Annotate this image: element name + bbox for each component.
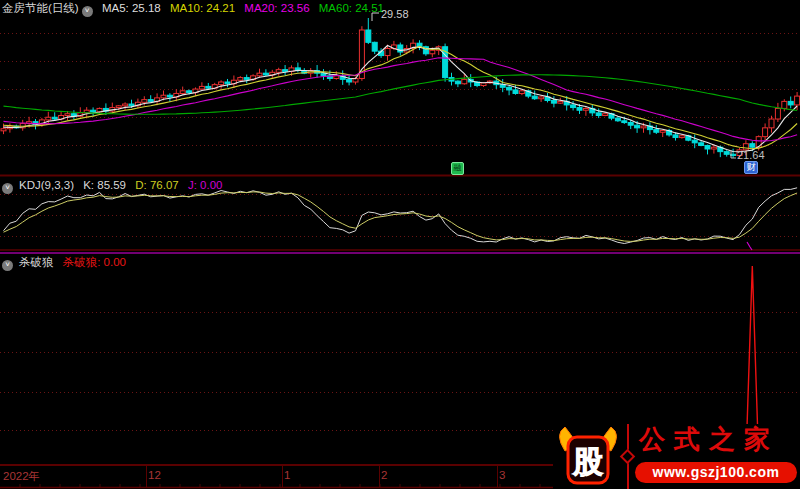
report-marker-badge[interactable]: 财 [744, 161, 758, 174]
low-price-label: 21.64 [737, 149, 765, 161]
kdj-header: ˅KDJ(9,3,3) K: 85.59 D: 76.07 J: 0.00 [2, 179, 228, 194]
axis-month-1: 1 [284, 469, 290, 481]
ma20-label: MA20: 23.56 [244, 2, 309, 14]
d-value: D: 76.07 [135, 179, 178, 191]
kdj-title: KDJ(9,3,3) [19, 179, 74, 191]
main-chart-header: 金房节能(日线)˅ MA5: 25.18 MA10: 24.21 MA20: 2… [2, 2, 390, 17]
axis-year-label: 2022年 [3, 469, 40, 484]
collapse-signal-icon[interactable]: ˅ [2, 260, 13, 271]
signal-title: 杀破狼 [19, 256, 54, 268]
j-value: J: 0.00 [188, 179, 223, 191]
axis-month-3: 3 [499, 469, 505, 481]
website-url[interactable]: www.gszj100.com [635, 462, 797, 483]
stock-title: 金房节能(日线) [2, 2, 79, 14]
k-value: K: 85.59 [83, 179, 126, 191]
axis-month-2: 2 [381, 469, 387, 481]
collapse-main-icon[interactable]: ˅ [82, 6, 93, 17]
bull-logo-icon: 股 [553, 424, 623, 489]
watermark: 股 公式之家 www.gszj100.com [553, 424, 800, 489]
chart-canvas[interactable] [0, 0, 800, 489]
stock-chart-window: 金房节能(日线)˅ MA5: 25.18 MA10: 24.21 MA20: 2… [0, 0, 800, 489]
ma60-label: MA60: 24.51 [319, 2, 384, 14]
ma10-label: MA10: 24.21 [170, 2, 235, 14]
peak-price-label: 29.58 [381, 8, 409, 20]
axis-month-12: 12 [148, 469, 161, 481]
margin-marker-badge[interactable]: 融 [451, 162, 464, 175]
logo-char: 股 [572, 445, 604, 478]
ma5-label: MA5: 25.18 [102, 2, 161, 14]
signal-value: 杀破狼: 0.00 [63, 256, 126, 268]
signal-header: ˅杀破狼 杀破狼: 0.00 [2, 256, 132, 271]
collapse-kdj-icon[interactable]: ˅ [2, 183, 13, 194]
brand-name: 公式之家 [639, 422, 799, 457]
